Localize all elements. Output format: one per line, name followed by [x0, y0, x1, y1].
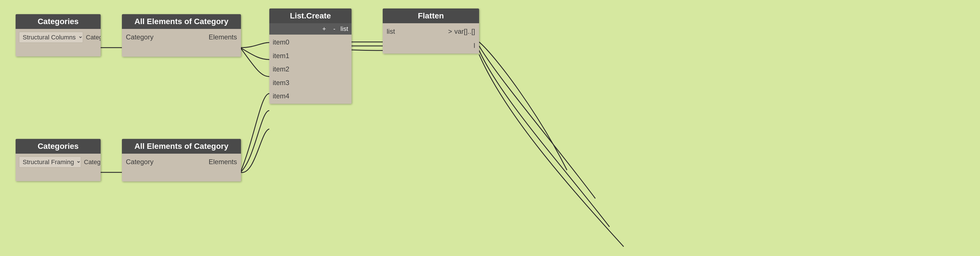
flatten-body: list > var[]..[] l [383, 23, 479, 54]
categories-top-spacer [19, 45, 97, 54]
all-elements-bottom-title: All Elements of Category [134, 142, 228, 151]
wire-allelem-bot-to-lc-item4 [240, 129, 269, 173]
list-create-items: item0 item1 item2 item3 item4 [269, 35, 352, 104]
categories-bottom-dropdown[interactable]: Structural Framing [19, 156, 81, 167]
canvas: Categories Structural Columns Category C… [0, 0, 980, 256]
categories-top-title: Categories [38, 17, 79, 26]
categories-top-header: Categories [16, 14, 101, 29]
list-create-controls: + - list [269, 23, 352, 35]
list-create-minus-button[interactable]: - [331, 24, 337, 33]
wire-lc-to-flatten-3 [352, 50, 383, 51]
categories-bottom-port-out: Category [84, 159, 101, 166]
list-create-list-label: list [340, 25, 348, 33]
list-create-item0: item0 [273, 37, 348, 47]
flatten-title: Flatten [418, 11, 444, 20]
flatten-right: > var[]..[] l [448, 27, 475, 50]
all-elements-bottom-port-in: Category [126, 157, 153, 167]
wire-allelem-bot-to-lc-item3 [240, 111, 269, 172]
categories-bottom-dropdown-row: Structural Framing Category [19, 156, 97, 167]
list-create-item4: item4 [273, 91, 348, 101]
all-elements-bottom-port-out: Elements [208, 157, 237, 167]
wire-allelem-top-to-lc-item2 [240, 48, 269, 76]
wire-flatten-out2 [479, 46, 595, 199]
flatten-port-out2: l [474, 41, 475, 51]
all-elements-bottom-body: Category Elements [122, 154, 241, 170]
wire-allelem-top-to-lc-item1 [240, 48, 269, 60]
categories-bottom-body: Structural Framing Category [16, 154, 101, 181]
flatten-chevron: > [448, 27, 452, 35]
all-elements-top-port-in: Category [126, 32, 153, 42]
list-create-plus-button[interactable]: + [320, 24, 328, 33]
wire-allelem-bot-to-lc-item2 [240, 94, 269, 172]
wire-allelem-top-to-lc-item0 [240, 43, 269, 48]
categories-bottom-title: Categories [38, 142, 79, 151]
list-create-item1: item1 [273, 51, 348, 60]
all-elements-bottom-header: All Elements of Category [122, 139, 241, 154]
categories-bottom-spacer [19, 170, 97, 178]
categories-top-node: Categories Structural Columns Category [16, 14, 101, 56]
all-elements-top-header: All Elements of Category [122, 14, 241, 29]
flatten-node: Flatten list > var[]..[] l [383, 8, 479, 54]
flatten-header: Flatten [383, 8, 479, 23]
all-elements-top-port-out: Elements [208, 32, 237, 42]
list-create-header: List.Create [269, 8, 352, 23]
wire-flatten-out3 [479, 51, 609, 227]
categories-bottom-node: Categories Structural Framing Category [16, 139, 101, 181]
list-create-item2: item2 [273, 64, 348, 74]
all-elements-top-body: Category Elements [122, 29, 241, 45]
wire-flatten-out4 [479, 54, 624, 246]
all-elements-top-title: All Elements of Category [134, 17, 228, 26]
flatten-out-row1: > var[]..[] [448, 27, 475, 36]
list-create-node: List.Create + - list item0 item1 item2 i… [269, 8, 352, 104]
all-elements-top-extra [122, 45, 241, 57]
all-elements-top-node: All Elements of Category Category Elemen… [122, 14, 241, 57]
flatten-port-in: list [387, 27, 395, 36]
categories-top-body: Structural Columns Category [16, 29, 101, 56]
list-create-item3: item3 [273, 78, 348, 87]
all-elements-bottom-node: All Elements of Category Category Elemen… [122, 139, 241, 181]
categories-bottom-header: Categories [16, 139, 101, 154]
categories-top-dropdown-row: Structural Columns Category [19, 32, 97, 43]
categories-top-port-out: Category [86, 34, 101, 41]
flatten-port-out1: var[]..[] [454, 27, 475, 36]
list-create-body: item0 item1 item2 item3 item4 [269, 35, 352, 104]
list-create-title: List.Create [290, 11, 331, 21]
wire-flatten-out1 [479, 42, 567, 170]
categories-top-dropdown[interactable]: Structural Columns [19, 32, 83, 43]
all-elements-bottom-extra [122, 170, 241, 181]
